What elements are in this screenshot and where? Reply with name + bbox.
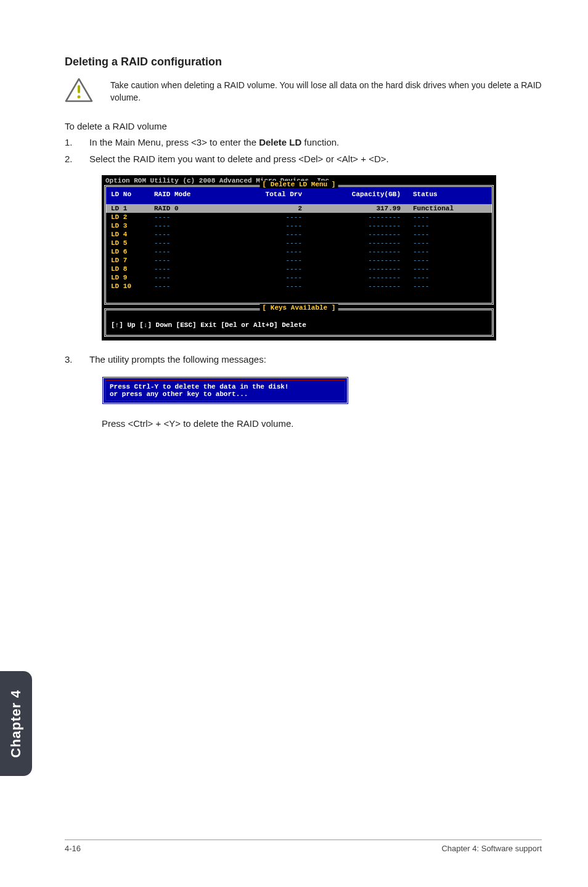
cell-cap: --------: [314, 265, 413, 273]
section-heading: Deleting a RAID configuration: [65, 56, 542, 68]
cell-ld: LD 6: [111, 248, 154, 255]
cell-mode: ----: [154, 248, 228, 255]
bios-header-row: LD No RAID Mode Total Drv Capacity(GB) S…: [106, 187, 492, 204]
step-number: 3.: [65, 353, 89, 367]
cell-ld: LD 3: [111, 222, 154, 229]
footer-chapter: Chapter 4: Software support: [441, 844, 542, 853]
cell-ld: LD 4: [111, 231, 154, 238]
lead-text: To delete a RAID volume: [65, 120, 542, 134]
bios-keys-text: [↑] Up [↓] Down [ESC] Exit [Del or Alt+D…: [106, 310, 492, 335]
cell-status: ----: [413, 257, 487, 264]
bios-row: LD 3--------------------: [106, 221, 492, 230]
cell-drv: ----: [228, 257, 314, 264]
bios-row: LD 9--------------------: [106, 273, 492, 282]
cell-cap: --------: [314, 239, 413, 247]
col-drv: Total Drv: [228, 191, 314, 198]
cell-status: ----: [413, 222, 487, 229]
col-ld: LD No: [111, 191, 154, 198]
cell-drv: ----: [228, 283, 314, 290]
bios-row: LD 2--------------------: [106, 213, 492, 221]
cell-mode: ----: [154, 239, 228, 247]
step1-pre: In the Main Menu, press <3> to enter the: [89, 137, 259, 147]
bios-row-selected: LD 1 RAID 0 2 317.99 Functional: [106, 204, 492, 213]
bios-row: LD 10--------------------: [106, 282, 492, 291]
step1-bold: Delete LD: [259, 137, 301, 147]
cell-cap: --------: [314, 283, 413, 290]
closing-text: Press <Ctrl> + <Y> to delete the RAID vo…: [102, 417, 542, 431]
cell-status: Functional: [413, 205, 487, 212]
step2-text: Select the RAID item you want to delete …: [89, 152, 389, 167]
col-status: Status: [413, 191, 487, 198]
bios-row: LD 7--------------------: [106, 256, 492, 265]
cell-cap: --------: [314, 274, 413, 281]
cell-mode: ----: [154, 274, 228, 281]
cell-drv: ----: [228, 248, 314, 255]
cell-drv: ----: [228, 239, 314, 247]
col-mode: RAID Mode: [154, 191, 228, 198]
cell-drv: ----: [228, 213, 314, 221]
warning-icon: [65, 78, 93, 102]
page-footer: 4-16 Chapter 4: Software support: [65, 840, 542, 853]
bios-row: LD 5--------------------: [106, 239, 492, 247]
cell-status: ----: [413, 265, 487, 273]
bios-body: LD 1 RAID 0 2 317.99 Functional LD 2----…: [106, 204, 492, 303]
cell-status: ----: [413, 248, 487, 255]
cell-status: ----: [413, 274, 487, 281]
cell-mode: ----: [154, 257, 228, 264]
confirm-line1: Press Ctrl-Y to delete the data in the d…: [110, 383, 341, 390]
cell-status: ----: [413, 231, 487, 238]
confirm-dialog: Press Ctrl-Y to delete the data in the d…: [102, 376, 349, 405]
cell-drv: ----: [228, 274, 314, 281]
caution-text: Take caution when deleting a RAID volume…: [110, 78, 542, 104]
cell-ld: LD 7: [111, 257, 154, 264]
cell-drv: ----: [228, 265, 314, 273]
cell-mode: ----: [154, 213, 228, 221]
cell-drv: ----: [228, 222, 314, 229]
svg-point-2: [78, 96, 81, 99]
cell-ld: LD 1: [111, 205, 154, 212]
cell-mode: ----: [154, 265, 228, 273]
bios-menu-label: [ Delete LD Menu ]: [260, 181, 338, 188]
cell-ld: LD 5: [111, 239, 154, 247]
step1-post: function.: [301, 137, 339, 147]
caution-block: Take caution when deleting a RAID volume…: [65, 78, 542, 104]
col-cap: Capacity(GB): [314, 191, 413, 198]
cell-ld: LD 10: [111, 283, 154, 290]
cell-cap: --------: [314, 222, 413, 229]
cell-cap: --------: [314, 213, 413, 221]
cell-ld: LD 2: [111, 213, 154, 221]
step-3: 3. The utility prompts the following mes…: [65, 353, 542, 367]
bios-row: LD 8--------------------: [106, 265, 492, 273]
cell-mode: ----: [154, 222, 228, 229]
cell-cap: --------: [314, 248, 413, 255]
step-number: 1.: [65, 136, 89, 150]
cell-cap: --------: [314, 231, 413, 238]
cell-status: ----: [413, 239, 487, 247]
bios-row: LD 4--------------------: [106, 230, 492, 239]
cell-cap: 317.99: [314, 205, 413, 212]
cell-mode: RAID 0: [154, 205, 228, 212]
step-2: 2. Select the RAID item you want to dele…: [65, 152, 542, 167]
cell-mode: ----: [154, 231, 228, 238]
step-1: 1. In the Main Menu, press <3> to enter …: [65, 136, 542, 150]
step3-text: The utility prompts the following messag…: [89, 353, 266, 367]
cell-drv: ----: [228, 231, 314, 238]
bios-keys-label: [ Keys Available ]: [260, 304, 338, 311]
cell-ld: LD 8: [111, 265, 154, 273]
cell-ld: LD 9: [111, 274, 154, 281]
chapter-tab-label: Chapter 4: [8, 690, 24, 757]
footer-page: 4-16: [65, 844, 81, 853]
bios-row: LD 6--------------------: [106, 247, 492, 256]
bios-screenshot: Option ROM Utility (c) 2008 Advanced Mic…: [102, 175, 496, 340]
chapter-tab: Chapter 4: [0, 671, 32, 776]
cell-mode: ----: [154, 283, 228, 290]
svg-rect-1: [78, 85, 80, 93]
cell-cap: --------: [314, 257, 413, 264]
cell-status: ----: [413, 213, 487, 221]
cell-drv: 2: [228, 205, 314, 212]
step-number: 2.: [65, 152, 89, 167]
cell-status: ----: [413, 283, 487, 290]
confirm-line2: or press any other key to abort...: [110, 390, 341, 398]
